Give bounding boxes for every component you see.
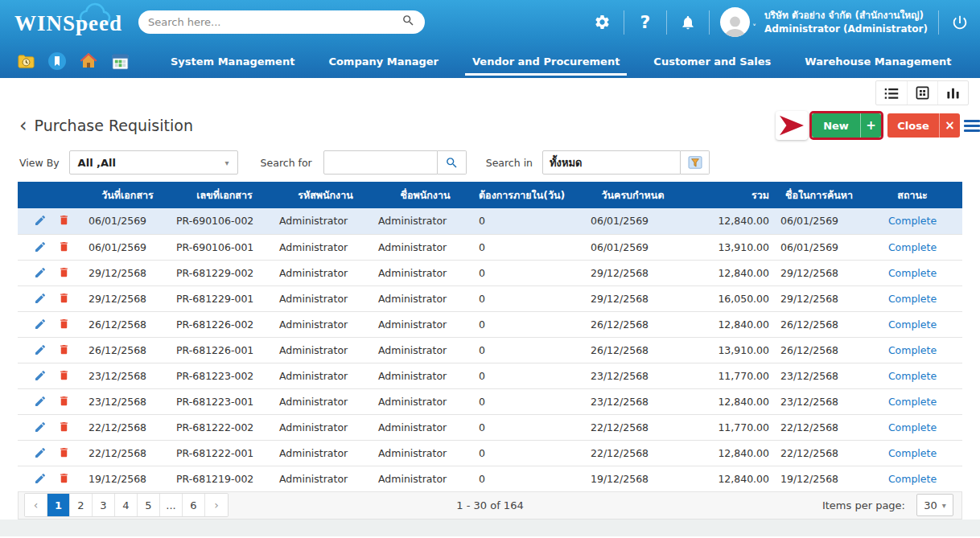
delete-trash-icon[interactable] <box>58 343 72 357</box>
nav-item-company-manager[interactable]: Company Manager <box>311 44 455 78</box>
nav-item-customer-and-sales[interactable]: Customer and Sales <box>636 44 788 78</box>
page-button-3[interactable]: 3 <box>93 494 115 516</box>
page-button-2[interactable]: 2 <box>70 494 93 516</box>
filter-columns-icon[interactable] <box>681 150 710 175</box>
grid-view-icon[interactable] <box>907 81 937 105</box>
cell-total: 12,840.00 <box>695 440 776 466</box>
header-doc-no[interactable]: เลขที่เอกสาร <box>173 182 276 208</box>
delete-trash-icon[interactable] <box>58 214 72 228</box>
status-link[interactable]: Complete <box>888 215 937 227</box>
global-search-input[interactable] <box>148 16 401 28</box>
edit-pencil-icon[interactable] <box>34 343 47 357</box>
nav-item-asset-management[interactable]: Asset Management <box>968 44 980 78</box>
bookmark-icon[interactable] <box>47 51 67 71</box>
status-link[interactable]: Complete <box>888 473 937 485</box>
page-button-4[interactable]: 4 <box>115 494 138 516</box>
status-link[interactable]: Complete <box>888 267 937 279</box>
table-row[interactable]: 29/12/2568 PR-681229-002 Administrator A… <box>18 260 962 285</box>
status-link[interactable]: Complete <box>888 396 937 408</box>
cell-emp-name: Administrator <box>375 234 476 260</box>
notifications-bell-icon[interactable] <box>677 12 698 33</box>
status-link[interactable]: Complete <box>888 293 937 305</box>
status-link[interactable]: Complete <box>888 421 937 433</box>
table-row[interactable]: 06/01/2569 PR-690106-002 Administrator A… <box>18 208 962 234</box>
edit-pencil-icon[interactable] <box>34 446 47 460</box>
back-chevron-icon[interactable]: ‹ <box>19 116 27 135</box>
prev-page-button[interactable]: ‹ <box>25 494 47 516</box>
header-total[interactable]: รวม <box>695 182 776 208</box>
delete-trash-icon[interactable] <box>58 446 72 460</box>
cell-due-date: 29/12/2568 <box>570 260 695 285</box>
table-row[interactable]: 23/12/2568 PR-681223-001 Administrator A… <box>18 388 962 414</box>
delete-trash-icon[interactable] <box>58 240 72 254</box>
page-button-6[interactable]: 6 <box>183 494 205 516</box>
page-button-5[interactable]: 5 <box>138 494 160 516</box>
search-icon[interactable] <box>401 14 415 31</box>
delete-trash-icon[interactable] <box>58 292 72 306</box>
header-emp-code[interactable]: รหัสพนักงาน <box>276 182 375 208</box>
edit-pencil-icon[interactable] <box>34 395 47 409</box>
header-search-name[interactable]: ชื่อในการค้นหา <box>776 182 863 208</box>
delete-trash-icon[interactable] <box>58 318 72 331</box>
close-button[interactable]: Close × <box>887 113 960 138</box>
search-button[interactable] <box>438 150 467 175</box>
cell-doc-no: PR-681222-001 <box>173 440 276 466</box>
edit-pencil-icon[interactable] <box>34 369 47 383</box>
divider <box>938 10 939 35</box>
side-menu-icon[interactable] <box>964 120 980 132</box>
table-row[interactable]: 26/12/2568 PR-681226-002 Administrator A… <box>18 311 962 337</box>
user-company-block[interactable]: บริษัท ตัวอย่าง จำกัด (สำนักงานใหญ่) Adm… <box>764 9 928 36</box>
table-row[interactable]: 22/12/2568 PR-681222-002 Administrator A… <box>18 414 962 440</box>
next-page-button[interactable]: › <box>205 494 228 516</box>
edit-pencil-icon[interactable] <box>34 266 47 280</box>
status-link[interactable]: Complete <box>888 447 937 459</box>
delete-trash-icon[interactable] <box>58 472 72 486</box>
chart-view-icon[interactable] <box>937 81 968 105</box>
status-link[interactable]: Complete <box>888 241 937 253</box>
page-button-1[interactable]: 1 <box>47 494 70 516</box>
home-icon[interactable] <box>79 51 98 71</box>
search-for-input[interactable] <box>323 150 438 175</box>
delete-trash-icon[interactable] <box>58 369 72 383</box>
header-status[interactable]: สถานะ <box>863 182 962 208</box>
settings-gear-icon[interactable] <box>592 12 613 33</box>
status-link[interactable]: Complete <box>888 344 937 356</box>
view-by-select[interactable]: All ,All ▾ <box>69 150 238 175</box>
edit-pencil-icon[interactable] <box>34 240 47 254</box>
calendar-icon[interactable] <box>110 51 130 71</box>
table-row[interactable]: 26/12/2568 PR-681226-001 Administrator A… <box>18 337 962 363</box>
search-in-input[interactable] <box>542 150 681 175</box>
table-row[interactable]: 06/01/2569 PR-690106-001 Administrator A… <box>18 234 962 260</box>
status-link[interactable]: Complete <box>888 318 937 331</box>
table-row[interactable]: 19/12/2568 PR-681219-002 Administrator A… <box>18 466 962 491</box>
user-avatar[interactable] <box>720 7 750 37</box>
items-per-page-select[interactable]: 30 ▾ <box>916 494 953 516</box>
global-search[interactable] <box>138 10 425 34</box>
edit-pencil-icon[interactable] <box>34 292 47 306</box>
header-due-date[interactable]: วันครบกำหนด <box>570 182 695 208</box>
nav-item-system-management[interactable]: System Management <box>154 44 311 78</box>
header-days[interactable]: ต้องการภายใน(วัน) <box>476 182 570 208</box>
help-icon[interactable]: ? <box>635 12 656 33</box>
edit-pencil-icon[interactable] <box>34 421 47 434</box>
table-row[interactable]: 22/12/2568 PR-681222-001 Administrator A… <box>18 440 962 466</box>
edit-pencil-icon[interactable] <box>34 214 47 228</box>
new-button[interactable]: New + <box>812 113 881 138</box>
status-link[interactable]: Complete <box>888 370 937 382</box>
delete-trash-icon[interactable] <box>58 421 72 434</box>
page-ellipsis[interactable]: ... <box>160 494 183 516</box>
list-view-icon[interactable] <box>876 81 907 105</box>
recent-folder-icon[interactable] <box>16 51 35 71</box>
nav-item-vendor-and-procurement[interactable]: Vendor and Procurement <box>455 44 636 78</box>
edit-pencil-icon[interactable] <box>34 472 47 486</box>
power-logout-icon[interactable] <box>949 12 970 33</box>
edit-pencil-icon[interactable] <box>34 318 47 331</box>
nav-item-warehouse-management[interactable]: Warehouse Management <box>788 44 968 78</box>
table-row[interactable]: 29/12/2568 PR-681229-001 Administrator A… <box>18 285 962 311</box>
table-row[interactable]: 23/12/2568 PR-681223-002 Administrator A… <box>18 363 962 388</box>
chevron-down-icon[interactable]: ˅ <box>752 23 756 32</box>
delete-trash-icon[interactable] <box>58 266 72 280</box>
header-doc-date[interactable]: วันที่เอกสาร <box>82 182 173 208</box>
delete-trash-icon[interactable] <box>58 395 72 409</box>
header-emp-name[interactable]: ชื่อพนักงาน <box>375 182 476 208</box>
